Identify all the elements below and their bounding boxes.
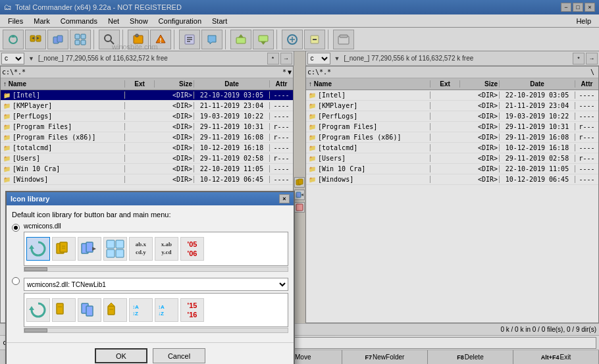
icon-dialog-description: Default icon library for button bar and … <box>12 211 288 219</box>
svg-rect-41 <box>60 242 67 252</box>
icon-lib-2-dropdown[interactable]: wcmicons2.dll: TCNewLib1 <box>24 278 288 291</box>
icon-item[interactable]: ↕A ↓Z <box>155 298 178 322</box>
icon-item[interactable] <box>52 237 76 261</box>
icon-lib-1-name: wcmicons.dll <box>24 222 288 230</box>
icon-dialog-close-button[interactable]: × <box>279 194 290 203</box>
icon-item[interactable]: x.aby.cd <box>155 237 178 261</box>
svg-rect-56 <box>108 306 115 315</box>
dialog-ok-button[interactable]: OK <box>95 348 147 363</box>
icon-item[interactable] <box>26 298 50 322</box>
icon-item[interactable]: '05'06 <box>180 237 204 261</box>
icon-dialog-buttons: OK Cancel <box>7 342 294 364</box>
icon-lib-2-dropdown-row: wcmicons2.dll: TCNewLib1 <box>24 278 288 291</box>
svg-rect-50 <box>116 249 124 257</box>
svg-marker-39 <box>29 245 34 249</box>
icon-dialog-body: Default icon library for button bar and … <box>7 205 294 342</box>
dialog-cancel-button[interactable]: Cancel <box>153 348 205 363</box>
svg-rect-52 <box>57 303 63 314</box>
svg-text:↕Z: ↕Z <box>132 311 138 317</box>
svg-marker-57 <box>108 303 115 306</box>
svg-marker-46 <box>92 247 96 251</box>
svg-rect-55 <box>86 306 93 316</box>
svg-rect-47 <box>107 240 115 248</box>
icon-lib-2-content: wcmicons2.dll: TCNewLib1 <box>24 276 288 333</box>
icon-item[interactable] <box>103 298 127 322</box>
svg-text:↕A: ↕A <box>132 304 139 310</box>
svg-rect-45 <box>86 242 93 252</box>
icon-scrollbox-1: ab.xcd.y x.aby.cd '05'06 <box>24 232 288 266</box>
svg-text:↓Z: ↓Z <box>158 311 164 317</box>
scrollbar-thumb-1 <box>24 267 47 271</box>
scrollbar-1[interactable] <box>24 267 288 272</box>
icon-item[interactable] <box>52 298 76 322</box>
icon-item[interactable] <box>78 237 101 261</box>
radio-option-1[interactable] <box>12 224 20 232</box>
icon-dialog-title-text: Icon library <box>11 195 49 203</box>
icon-dialog: Icon library × Default icon library for … <box>5 191 295 364</box>
svg-text:↕A: ↕A <box>158 304 165 310</box>
icon-lib-1-content: wcmicons.dll <box>24 222 288 272</box>
icon-item[interactable] <box>26 237 50 261</box>
scrollbar-2[interactable] <box>24 328 288 333</box>
icon-option-2: wcmicons2.dll: TCNewLib1 <box>12 276 288 333</box>
svg-rect-49 <box>107 249 115 257</box>
icon-dialog-titlebar: Icon library × <box>7 192 294 205</box>
svg-rect-48 <box>116 240 124 248</box>
icon-option-1: wcmicons.dll <box>12 222 288 272</box>
radio-option-2[interactable] <box>12 277 20 285</box>
icon-item[interactable]: ab.xcd.y <box>129 237 153 261</box>
icon-scrollbox-2: ↕A ↕Z ↕A ↓Z '15'16 <box>24 293 288 327</box>
icon-item[interactable] <box>78 298 101 322</box>
svg-marker-51 <box>29 306 34 310</box>
icon-item[interactable]: '15'16 <box>180 298 204 322</box>
scrollbar-thumb-2 <box>24 328 47 332</box>
icon-item[interactable] <box>103 237 127 261</box>
icon-item[interactable]: ↕A ↕Z <box>129 298 153 322</box>
